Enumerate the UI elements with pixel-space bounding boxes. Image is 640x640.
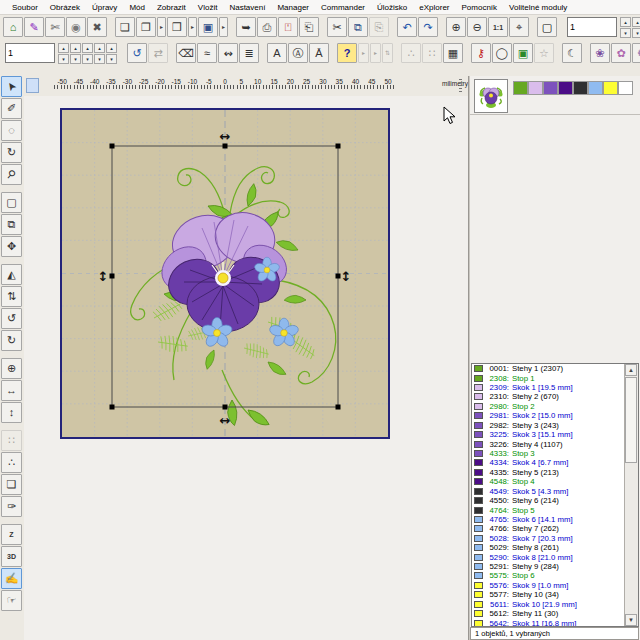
spin-up-a[interactable]: ▴ (620, 17, 631, 27)
close-all-icon[interactable]: ✖ (87, 17, 107, 37)
text-arrange-icon[interactable]: Ā (309, 43, 329, 63)
trash-icon[interactable]: ⌫ (176, 43, 196, 63)
save-file-icon[interactable]: ▣ (198, 17, 218, 37)
crescent-icon[interactable]: ☾ (562, 43, 582, 63)
menu-item[interactable]: Manager (271, 3, 315, 12)
ruler-splitter-grip[interactable] (459, 79, 462, 94)
move-icon[interactable]: ✥ (1, 236, 22, 257)
export-icon[interactable]: ➥ (236, 17, 256, 37)
toolbar-button[interactable] (320, 17, 326, 37)
toolbar-button[interactable] (108, 17, 114, 37)
stitch-row[interactable]: 2309: Skok 1 [19.5 mm] (473, 383, 625, 392)
stitch-row[interactable]: 4766: Stehy 7 (262) (473, 524, 625, 533)
toolbar-button[interactable] (439, 17, 445, 37)
pan-hand-icon[interactable]: ☞ (1, 590, 22, 611)
stitch-row[interactable]: 5576: Skok 9 [1.0 mm] (473, 581, 625, 590)
stitch-row[interactable]: 4550: Stehy 6 (214) (473, 496, 625, 505)
menu-item[interactable]: Obrázek (44, 3, 86, 12)
stitch-row[interactable]: 4335: Stehy 5 (213) (473, 468, 625, 477)
density-icon[interactable]: ≣ (239, 43, 259, 63)
palette-dark-purple[interactable] (558, 81, 573, 95)
palette-charcoal[interactable] (573, 81, 588, 95)
toolbar-button[interactable] (464, 43, 470, 63)
zoom-select-icon[interactable]: ⌖ (509, 17, 529, 37)
hoop-icon[interactable]: ▢ (537, 17, 557, 37)
toolbar-button[interactable] (169, 43, 175, 63)
ord-up-e[interactable]: ▴ (106, 43, 117, 53)
stitch-row[interactable]: 5291: Stehy 9 (284) (473, 562, 625, 571)
select-arrow-icon[interactable]: ➤ (1, 76, 22, 97)
palette-green[interactable] (513, 81, 528, 95)
help-icon[interactable]: ? (337, 43, 357, 63)
toolbar-button[interactable] (120, 43, 126, 63)
spin-down-a[interactable]: ▾ (620, 28, 631, 38)
camera-icon[interactable]: ◉ (66, 17, 86, 37)
stitch-row[interactable]: 4549: Skok 5 [4.3 mm] (473, 486, 625, 495)
rotate-steps-icon[interactable]: ↺ (127, 43, 147, 63)
stitch-row[interactable]: 2308: Stop 1 (473, 373, 625, 382)
stitch-row[interactable]: 3226: Stehy 4 (1107) (473, 439, 625, 448)
tool-button[interactable] (1, 352, 22, 357)
stitch-row[interactable]: 5611: Skok 10 [21.9 mm] (473, 600, 625, 609)
nav-updown-icon[interactable]: ⇅ (382, 43, 393, 63)
mirror-vertical-icon[interactable]: ⇅ (1, 286, 22, 307)
print-icon[interactable]: ⎙ (257, 17, 277, 37)
stitch-row[interactable]: 5612: Stehy 11 (30) (473, 609, 625, 618)
nav-next-icon[interactable]: ▸ (370, 43, 381, 63)
stitch-row[interactable]: 5028: Skok 7 [20.3 mm] (473, 534, 625, 543)
save-file-menu-arrow[interactable]: ▸ (219, 17, 228, 37)
transform-steps-icon[interactable]: ⇄ (148, 43, 168, 63)
stitch-row[interactable]: 5029: Stehy 8 (261) (473, 543, 625, 552)
stitch-wave-icon[interactable]: ≈ (197, 43, 217, 63)
design-thumbnail-button[interactable] (474, 79, 508, 113)
measure-icon[interactable]: ↭ (218, 43, 238, 63)
palette-yellow[interactable] (603, 81, 618, 95)
stitch-row[interactable]: 4333: Stop 3 (473, 449, 625, 458)
outline-region-icon[interactable]: ◯ (492, 43, 512, 63)
import-file-icon[interactable]: ❒ (167, 17, 187, 37)
lasso-icon[interactable]: ◌ (1, 120, 22, 141)
ord-up-b[interactable]: ▴ (70, 43, 81, 53)
menu-item[interactable]: Zobrazit (151, 3, 192, 12)
import-file-menu-arrow[interactable]: ▸ (188, 17, 197, 37)
rotate-tool-icon[interactable]: ↻ (1, 142, 22, 163)
spin-down-b[interactable]: ▾ (632, 28, 640, 38)
menu-item[interactable]: Úpravy (86, 3, 123, 12)
ord-down-b[interactable]: ▾ (70, 54, 81, 64)
duplicate-icon[interactable]: ⧉ (1, 214, 22, 235)
open-file-icon[interactable]: ❐ (136, 17, 156, 37)
toolbar-button[interactable] (583, 43, 589, 63)
paste-icon[interactable]: ⎘ (369, 17, 389, 37)
view-3d-icon[interactable]: 3D (1, 546, 22, 567)
redo-icon[interactable]: ↷ (418, 17, 438, 37)
mosaic-icon[interactable]: ▦ (443, 43, 463, 63)
toolbar-button[interactable] (530, 17, 536, 37)
copy-icon[interactable]: ⧉ (348, 17, 368, 37)
fit-screen-icon[interactable]: ❏ (1, 474, 22, 495)
menu-item[interactable]: Nastavení (223, 3, 271, 12)
connect-icon[interactable]: ∷ (1, 430, 22, 451)
palette-white[interactable] (618, 81, 633, 95)
toolbar-button[interactable] (260, 43, 266, 63)
close-editor-icon[interactable]: ✄ (45, 17, 65, 37)
palette-lavender[interactable] (528, 81, 543, 95)
text-icon[interactable]: A (267, 43, 287, 63)
embroidery-hoop-area[interactable]: ↔ ↔ ↕ ↕ (60, 108, 390, 439)
undo-icon[interactable]: ↶ (397, 17, 417, 37)
save-selection-icon[interactable]: ▣ (513, 43, 533, 63)
scroll-down-button[interactable]: ▼ (625, 614, 637, 626)
sequence-icon[interactable]: ∴ (1, 452, 22, 473)
stitch-edit-icon[interactable]: ✐ (1, 98, 22, 119)
ord-up-c[interactable]: ▴ (82, 43, 93, 53)
nav-prev-icon[interactable]: ▸ (358, 43, 369, 63)
stitch-sequence-list[interactable]: 0001: Stehy 1 (2307) 2308: Stop 1 2309: … (471, 363, 639, 627)
menu-item[interactable]: Pomocník (456, 3, 504, 12)
toolbar-button[interactable] (394, 43, 400, 63)
view-2d-icon[interactable]: Z (1, 524, 22, 545)
resize-arrow-left[interactable]: ↕ (98, 269, 109, 284)
ord-down-d[interactable]: ▾ (94, 54, 105, 64)
palette-purple[interactable] (543, 81, 558, 95)
stitch-number-input[interactable] (567, 17, 617, 37)
embird-manager-icon[interactable]: ⌂ (3, 17, 23, 37)
tool-button[interactable] (1, 258, 22, 263)
